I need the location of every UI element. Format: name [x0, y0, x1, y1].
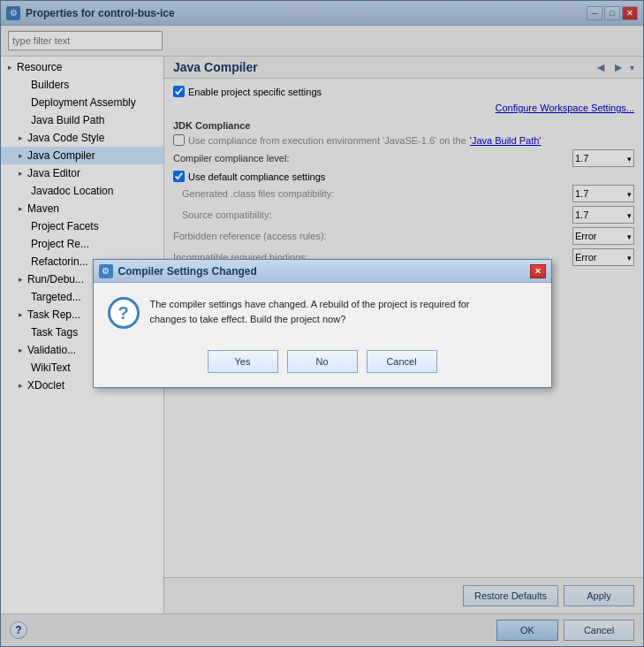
dialog-icon: ⚙	[99, 264, 113, 278]
dialog-buttons: Yes No Cancel	[94, 343, 551, 387]
dialog-message: The compiler settings have changed. A re…	[150, 297, 537, 326]
dialog-titlebar: ⚙ Compiler Settings Changed ✕	[94, 260, 551, 283]
dialog-yes-button[interactable]: Yes	[208, 350, 278, 373]
dialog: ⚙ Compiler Settings Changed ✕ ? The comp…	[93, 259, 552, 388]
dialog-close-button[interactable]: ✕	[530, 264, 546, 278]
dialog-title: Compiler Settings Changed	[118, 265, 530, 278]
dialog-question-icon: ?	[108, 297, 140, 329]
dialog-overlay: ⚙ Compiler Settings Changed ✕ ? The comp…	[0, 0, 644, 647]
dialog-cancel-button[interactable]: Cancel	[367, 350, 437, 373]
dialog-body: ? The compiler settings have changed. A …	[94, 283, 551, 343]
dialog-no-button[interactable]: No	[287, 350, 358, 373]
